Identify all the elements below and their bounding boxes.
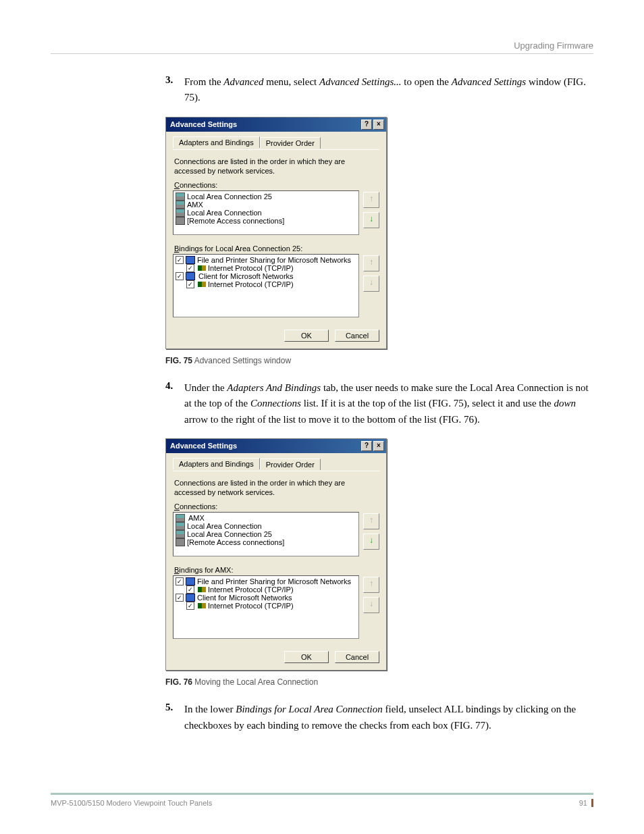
list-item[interactable]: ✓Internet Protocol (TCP/IP) <box>176 280 356 288</box>
item-label: Local Area Connection <box>187 209 262 217</box>
modem-icon <box>176 217 185 225</box>
protocol-icon <box>198 265 206 271</box>
list-item[interactable]: ✓Internet Protocol (TCP/IP) <box>176 585 356 594</box>
move-up-button[interactable]: ↑ <box>363 255 379 271</box>
bindings-label: Bindings for Local Area Connection 25:Bi… <box>174 244 378 253</box>
help-icon[interactable]: ? <box>361 120 372 130</box>
tab-adapters-bindings[interactable]: Adapters and Bindings <box>173 136 260 148</box>
nic-icon <box>176 514 185 522</box>
move-up-button[interactable]: ↑ <box>363 513 379 529</box>
tab-name: Adapters And Bindings <box>227 382 321 393</box>
field-name: Bindings for Local Area Connection <box>236 704 383 714</box>
checkbox-icon[interactable]: ✓ <box>186 602 194 610</box>
item-label: [Remote Access connections] <box>187 217 284 225</box>
item-label: Internet Protocol (TCP/IP) <box>208 264 294 272</box>
checkbox-icon[interactable]: ✓ <box>186 280 194 288</box>
step-text: In the lower Bindings for Local Area Con… <box>184 702 593 733</box>
service-icon <box>186 577 195 585</box>
txt: From the <box>184 76 223 87</box>
item-label: Local Area Connection <box>187 522 262 530</box>
item-label: Client for Microsoft Networks <box>197 594 292 602</box>
step-5: 5. In the lower Bindings for Local Area … <box>165 702 593 733</box>
nic-icon <box>176 530 185 538</box>
checkbox-icon[interactable]: ✓ <box>176 272 184 280</box>
list-item[interactable]: ✓Internet Protocol (TCP/IP) <box>176 264 356 272</box>
list-item[interactable]: AMX <box>176 201 356 209</box>
cancel-button[interactable]: Cancel <box>335 651 379 663</box>
help-icon[interactable]: ? <box>361 441 372 451</box>
item-label: Internet Protocol (TCP/IP) <box>208 280 294 288</box>
fig-label: FIG. 76 <box>165 677 192 687</box>
ok-button[interactable]: OK <box>284 651 329 663</box>
list-item[interactable]: ✓Client for Microsoft Networks <box>176 594 356 602</box>
step-text: From the Advanced menu, select Advanced … <box>184 74 593 106</box>
step-number: 4. <box>165 380 184 427</box>
move-down-button[interactable]: ↓ <box>363 533 379 550</box>
move-down-button[interactable]: ↓ <box>363 212 379 228</box>
figure-caption: FIG. 75 Advanced Settings window <box>165 356 593 365</box>
window-name: Advanced Settings <box>452 76 526 87</box>
list-item[interactable]: [Remote Access connections] <box>176 217 356 225</box>
tab-provider-order[interactable]: Provider Order <box>260 137 321 149</box>
menu-name: Advanced <box>223 76 263 87</box>
checkbox-icon[interactable]: ✓ <box>176 594 184 602</box>
close-icon[interactable]: × <box>373 441 384 451</box>
bindings-listbox[interactable]: ✓File and Printer Sharing for Microsoft … <box>173 575 359 639</box>
list-item[interactable]: AMX <box>176 514 356 522</box>
nic-icon <box>176 192 185 201</box>
list-item[interactable]: [Remote Access connections] <box>176 538 356 546</box>
close-icon[interactable]: × <box>373 120 384 130</box>
txt: Under the <box>184 382 227 393</box>
tab-adapters-bindings[interactable]: Adapters and Bindings <box>173 458 260 469</box>
page-header: Upgrading Firmware <box>51 41 593 54</box>
nic-icon <box>176 209 185 217</box>
tab-provider-order[interactable]: Provider Order <box>260 459 321 470</box>
bindings-listbox[interactable]: ✓File and Printer Sharing for Microsoft … <box>173 254 359 317</box>
list-item[interactable]: Local Area Connection <box>176 209 356 217</box>
fig-text: Advanced Settings window <box>192 356 291 365</box>
description-text: Connections are listed in the order in w… <box>174 478 378 498</box>
item-label: Internet Protocol (TCP/IP) <box>208 602 294 610</box>
protocol-icon <box>198 587 206 592</box>
move-down-button[interactable]: ↓ <box>363 276 379 292</box>
arrow-name: down <box>554 398 576 409</box>
move-up-button[interactable]: ↑ <box>363 192 379 208</box>
bindings-label: Bindings for AMX:Bindings for AMX: <box>174 566 378 574</box>
advanced-settings-dialog-fig75: Advanced Settings ? × Adapters and Bindi… <box>165 117 387 350</box>
page-footer: MVP-5100/5150 Modero Viewpoint Touch Pan… <box>51 793 593 807</box>
protocol-icon <box>198 603 206 608</box>
item-label: Client for Microsoft Networks <box>197 272 295 280</box>
ok-button[interactable]: OK <box>284 330 329 342</box>
list-item[interactable]: ✓File and Printer Sharing for Microsoft … <box>176 256 356 264</box>
item-label: File and Printer Sharing for Microsoft N… <box>197 577 351 585</box>
checkbox-icon[interactable]: ✓ <box>176 577 184 585</box>
doc-title: MVP-5100/5150 Modero Viewpoint Touch Pan… <box>51 799 212 807</box>
modem-icon <box>176 538 185 546</box>
list-item[interactable]: ✓Client for Microsoft Networks <box>176 272 356 280</box>
connections-listbox[interactable]: AMX Local Area Connection Local Area Con… <box>173 512 359 556</box>
service-icon <box>186 256 195 264</box>
checkbox-icon[interactable]: ✓ <box>186 585 194 594</box>
service-icon <box>186 272 195 280</box>
list-item[interactable]: ✓File and Printer Sharing for Microsoft … <box>176 577 356 585</box>
connections-label: CConnections:onnections: <box>174 181 378 189</box>
description-text: Connections are listed in the order in w… <box>174 157 378 176</box>
list-item[interactable]: Local Area Connection 25 <box>176 192 356 201</box>
list-item[interactable]: ✓Internet Protocol (TCP/IP) <box>176 602 356 610</box>
list-item[interactable]: Local Area Connection 25 <box>176 530 356 538</box>
move-down-button[interactable]: ↓ <box>363 597 379 613</box>
connections-label: Connections:Connections: <box>174 502 378 511</box>
protocol-icon <box>198 282 206 287</box>
list-item[interactable]: Local Area Connection <box>176 522 356 530</box>
move-up-button[interactable]: ↑ <box>363 577 379 593</box>
checkbox-icon[interactable]: ✓ <box>176 256 184 264</box>
item-label: Local Area Connection 25 <box>187 530 272 538</box>
item-label: File and Printer Sharing for Microsoft N… <box>197 256 351 264</box>
item-label: Internet Protocol (TCP/IP) <box>208 585 294 594</box>
connections-listbox[interactable]: Local Area Connection 25 AMX Local Area … <box>173 190 359 235</box>
tabs: Adapters and Bindings Provider Order <box>173 457 379 469</box>
checkbox-icon[interactable]: ✓ <box>186 264 194 272</box>
item-label: AMX <box>187 201 203 209</box>
cancel-button[interactable]: Cancel <box>335 330 379 342</box>
txt: to open the <box>402 76 452 87</box>
